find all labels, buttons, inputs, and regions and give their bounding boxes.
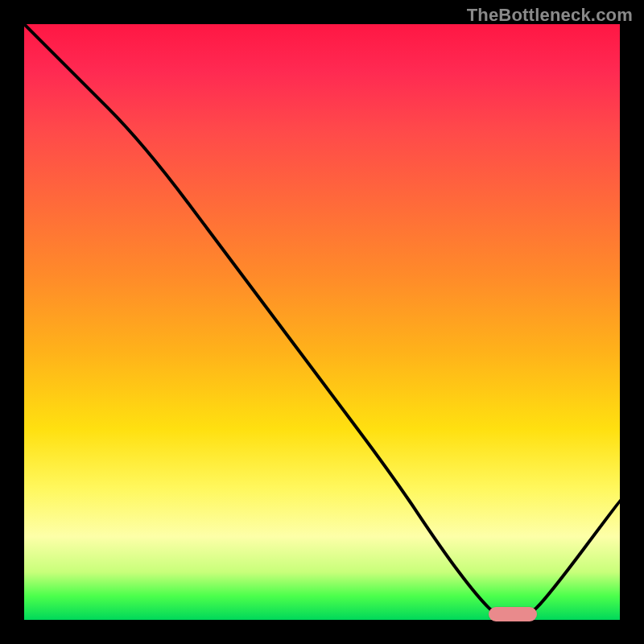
optimal-marker bbox=[489, 607, 537, 621]
chart-background-gradient bbox=[24, 24, 620, 620]
chart-frame: TheBottleneck.com bbox=[0, 0, 644, 644]
watermark-text: TheBottleneck.com bbox=[467, 5, 633, 26]
